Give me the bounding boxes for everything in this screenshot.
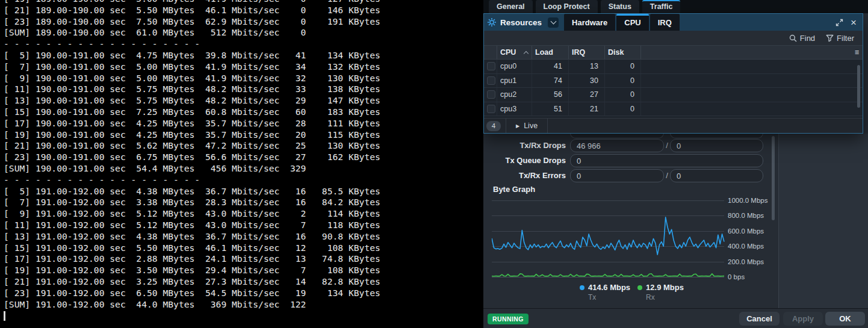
cell-cpu: cpu0 xyxy=(497,60,532,73)
table-scrollbar[interactable] xyxy=(857,65,860,108)
find-button[interactable]: Find xyxy=(789,34,815,43)
rx-legend-dot-icon xyxy=(637,285,642,290)
search-icon xyxy=(789,34,797,42)
byte-graph-legend: 414.6 Mbps Tx 12.9 Mbps Rx xyxy=(580,283,684,302)
row-checkbox[interactable] xyxy=(484,88,497,102)
sort-ascending-icon xyxy=(524,51,529,55)
ok-button[interactable]: OK xyxy=(825,312,865,326)
terminal[interactable]: [ 19] 189.00-190.00 sec 5.00 MBytes 41.9… xyxy=(0,0,483,328)
tab-traffic[interactable]: Traffic xyxy=(642,0,681,13)
terminal-output: [ 19] 189.00-190.00 sec 5.00 MBytes 41.9… xyxy=(4,0,380,310)
tab-loop-protect[interactable]: Loop Protect xyxy=(536,0,598,13)
filter-button[interactable]: Filter xyxy=(826,34,854,43)
column-header-irq[interactable]: IRQ xyxy=(569,46,605,59)
txrx-drops-separator: / xyxy=(664,139,670,152)
dialog-action-bar: RUNNING Cancel Apply OK xyxy=(483,308,868,328)
tx-drops-input[interactable] xyxy=(570,139,664,152)
rx-current-value: 12.9 Mbps xyxy=(646,283,684,292)
series-line-tx xyxy=(492,217,724,255)
resources-window: Resources HardwareCPUIRQ × Find xyxy=(483,13,863,134)
y-tick-label: 800.0 Mbps xyxy=(728,211,776,220)
status-badge: RUNNING xyxy=(488,314,529,324)
column-header-load[interactable]: Load xyxy=(532,46,569,59)
tx-legend-dot-icon xyxy=(580,285,584,290)
resources-tab-bar: HardwareCPUIRQ xyxy=(564,14,680,31)
cell-irq: 21 xyxy=(569,102,605,116)
cpu-table-body: cpu041130cpu174300cpu256270cpu351210 xyxy=(484,60,863,118)
tab-status[interactable]: Status xyxy=(601,0,639,13)
y-tick-label: 400.0 Mbps xyxy=(728,242,776,250)
legend-rx: 12.9 Mbps Rx xyxy=(637,283,684,302)
series-line-rx xyxy=(492,274,724,276)
window-menu-button[interactable] xyxy=(548,17,559,28)
y-tick-label: 1000.0 Mbps xyxy=(728,196,776,205)
terminal-cursor xyxy=(4,311,5,321)
column-header-cpu[interactable]: CPU xyxy=(497,46,532,59)
txrx-errors-separator: / xyxy=(664,169,670,182)
cancel-button[interactable]: Cancel xyxy=(739,312,780,326)
clipped-field-tx[interactable] xyxy=(570,133,664,138)
tx-queue-drops-label: Tx Queue Drops xyxy=(483,154,566,167)
side-panel xyxy=(778,134,868,308)
table-row-cpu0[interactable]: cpu041130 xyxy=(484,60,863,74)
apply-button[interactable]: Apply xyxy=(783,312,823,326)
cell-load: 51 xyxy=(532,102,569,116)
tab-hardware[interactable]: Hardware xyxy=(564,14,615,31)
cell-cpu: cpu3 xyxy=(497,102,532,116)
cell-irq: 27 xyxy=(569,88,605,102)
detach-window-icon[interactable] xyxy=(835,19,843,26)
cell-load: 41 xyxy=(532,60,569,73)
resources-footer: 4 ▶ Live xyxy=(484,118,863,133)
byte-graph-title: Byte Graph xyxy=(493,185,535,194)
row-checkbox[interactable] xyxy=(484,102,497,116)
chevron-down-icon xyxy=(550,19,556,25)
column-header-disk[interactable]: Disk xyxy=(605,46,641,59)
traffic-window-tab-bar: GeneralLoop ProtectStatusTraffic xyxy=(483,0,868,13)
cell-disk: 0 xyxy=(605,74,641,88)
cell-disk: 0 xyxy=(605,102,641,116)
tab-general[interactable]: General xyxy=(489,0,533,13)
txrx-drops-label: Tx/Rx Drops xyxy=(483,139,566,152)
byte-graph-plot xyxy=(492,199,728,278)
table-row-cpu2[interactable]: cpu256270 xyxy=(484,88,863,102)
cell-disk: 0 xyxy=(605,60,641,73)
cell-irq: 13 xyxy=(569,60,605,73)
table-row-cpu1[interactable]: cpu174300 xyxy=(484,74,863,88)
rx-series-label: Rx xyxy=(646,293,684,302)
screen: [ 19] 189.00-190.00 sec 5.00 MBytes 41.9… xyxy=(0,0,868,328)
close-icon[interactable]: × xyxy=(851,17,857,28)
cpu-table-header: CPU Load IRQ Disk ≡ xyxy=(484,45,863,60)
cell-disk: 0 xyxy=(605,88,641,102)
window-title: Resources xyxy=(500,18,542,27)
column-menu-icon[interactable]: ≡ xyxy=(848,46,863,59)
clipped-field-rx[interactable] xyxy=(670,133,763,138)
row-checkbox[interactable] xyxy=(484,60,497,73)
cell-cpu: cpu1 xyxy=(497,74,532,88)
tab-irq[interactable]: IRQ xyxy=(650,14,680,31)
rx-errors-input[interactable] xyxy=(670,169,763,182)
legend-tx: 414.6 Mbps Tx xyxy=(580,283,630,302)
tx-queue-drops-input[interactable] xyxy=(570,154,763,167)
live-button[interactable]: ▶ Live xyxy=(506,119,547,133)
txrx-errors-label: Tx/Rx Errors xyxy=(483,169,566,182)
rx-drops-input[interactable] xyxy=(670,139,763,152)
tx-errors-input[interactable] xyxy=(570,169,664,182)
filter-icon xyxy=(826,34,834,42)
gear-icon xyxy=(487,17,497,27)
resources-titlebar[interactable]: Resources HardwareCPUIRQ × xyxy=(484,14,863,31)
content-scrollbar[interactable] xyxy=(772,136,775,220)
tx-current-value: 414.6 Mbps xyxy=(588,283,630,292)
table-row-cpu3[interactable]: cpu351210 xyxy=(484,102,863,117)
row-count-badge: 4 xyxy=(486,121,501,131)
y-tick-label: 0 bps xyxy=(728,273,776,281)
tab-cpu[interactable]: CPU xyxy=(616,14,648,31)
cell-load: 56 xyxy=(532,88,569,102)
row-checkbox[interactable] xyxy=(484,74,497,88)
play-icon: ▶ xyxy=(516,123,519,129)
tx-series-label: Tx xyxy=(588,293,630,302)
cell-cpu: cpu2 xyxy=(497,88,532,102)
table-toolbar: Find Filter xyxy=(484,31,863,45)
select-all-cell[interactable] xyxy=(484,46,497,59)
cell-load: 74 xyxy=(532,74,569,88)
y-tick-label: 200.0 Mbps xyxy=(728,258,776,266)
